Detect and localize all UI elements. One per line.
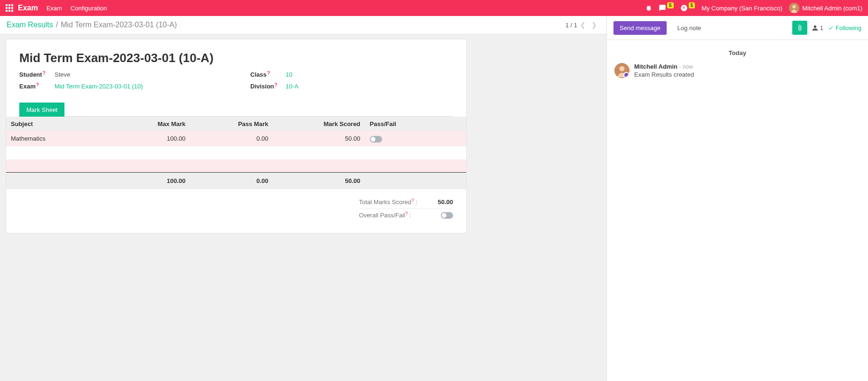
notebook-tabs: Mark Sheet <box>19 102 453 117</box>
message-time: - now <box>679 64 693 70</box>
app-brand: Exam <box>18 4 38 12</box>
attach-button[interactable] <box>792 21 807 35</box>
row-toggle[interactable] <box>370 136 382 143</box>
svg-point-1 <box>792 5 796 8</box>
pager-next[interactable]: ❯ <box>589 21 600 29</box>
form-sheet: Mid Term Exam-2023-03-01 (10-A) Student?… <box>6 39 467 233</box>
th-max[interactable]: Max Mark <box>107 117 190 131</box>
log-note-button[interactable]: Log note <box>671 21 708 35</box>
chatter-panel: Send message Log note 1 Following Today <box>606 16 868 381</box>
label-exam: Exam? <box>19 83 50 90</box>
message-text: Exam Results created <box>634 71 694 78</box>
value-class[interactable]: 10 <box>281 71 292 78</box>
pager-text: 1 / 1 <box>565 22 577 29</box>
avatar <box>789 3 799 13</box>
apps-icon[interactable] <box>6 4 13 12</box>
cell-subject: Mathematics <box>6 131 107 146</box>
table-blank-row <box>6 159 466 173</box>
breadcrumb-sep: / <box>56 21 58 29</box>
user-menu[interactable]: Mitchell Admin (com1) <box>789 3 862 13</box>
foot-pass: 0.00 <box>190 173 273 190</box>
label-division: Division? <box>250 83 281 90</box>
tab-mark-sheet[interactable]: Mark Sheet <box>19 103 64 117</box>
debug-icon[interactable] <box>645 5 652 11</box>
th-subject[interactable]: Subject <box>6 117 107 131</box>
foot-scored: 50.00 <box>273 173 365 190</box>
cell-pf <box>365 131 466 146</box>
discuss-icon[interactable]: 5 <box>659 4 674 12</box>
label-total-scored: Total Marks Scored? : <box>359 198 417 206</box>
th-pass[interactable]: Pass Mark <box>190 117 273 131</box>
th-scored[interactable]: Mark Scored <box>273 117 365 131</box>
chatter-message: Mitchell Admin - now Exam Results create… <box>614 63 860 78</box>
value-exam[interactable]: Mid Term Exam-2023-03-01 (10) <box>50 83 143 90</box>
send-message-button[interactable]: Send message <box>613 21 667 35</box>
message-avatar <box>614 63 629 78</box>
pager: 1 / 1 ❮ ❯ <box>565 21 600 29</box>
breadcrumb-root[interactable]: Exam Results <box>7 21 53 29</box>
table-footer: 100.00 0.00 50.00 <box>6 173 466 190</box>
control-bar: Exam Results / Mid Term Exam-2023-03-01 … <box>0 16 606 34</box>
discuss-badge: 5 <box>667 2 674 8</box>
th-pf[interactable]: Pass/Fail <box>365 117 466 131</box>
followers-button[interactable]: 1 <box>812 24 823 32</box>
value-student: Steve <box>50 71 70 78</box>
svg-point-3 <box>619 66 624 71</box>
label-student: Student? <box>19 71 50 78</box>
company-switcher[interactable]: My Company (San Francisco) <box>701 5 782 12</box>
chatter-date: Today <box>614 49 860 56</box>
following-button[interactable]: Following <box>828 24 861 32</box>
menu-exam[interactable]: Exam <box>47 5 62 12</box>
value-division[interactable]: 10-A <box>281 83 298 90</box>
activities-icon[interactable]: 5 <box>680 4 695 12</box>
foot-max: 100.00 <box>107 173 190 190</box>
marks-table: Subject Max Mark Pass Mark Mark Scored P… <box>6 117 466 189</box>
value-total-scored: 50.00 <box>438 198 453 206</box>
activities-badge: 5 <box>689 2 695 8</box>
main-column: Exam Results / Mid Term Exam-2023-03-01 … <box>0 16 606 381</box>
record-title: Mid Term Exam-2023-03-01 (10-A) <box>19 51 453 65</box>
table-row[interactable]: Mathematics 100.00 0.00 50.00 <box>6 131 466 146</box>
cell-pass: 0.00 <box>190 131 273 146</box>
pager-prev[interactable]: ❮ <box>577 21 589 29</box>
summary: Total Marks Scored? : 50.00 Overall Pass… <box>359 196 453 222</box>
menu-configuration[interactable]: Configuration <box>71 5 107 12</box>
message-author: Mitchell Admin <box>634 63 677 70</box>
breadcrumb-current: Mid Term Exam-2023-03-01 (10-A) <box>61 21 177 29</box>
cell-scored: 50.00 <box>273 131 365 146</box>
label-overall-pf: Overall Pass/Fail? : <box>359 212 411 219</box>
top-navbar: Exam Exam Configuration 5 5 My Company (… <box>0 0 868 16</box>
label-class: Class? <box>250 71 281 78</box>
cell-max: 100.00 <box>107 131 190 146</box>
table-blank-row <box>6 146 466 159</box>
overall-toggle[interactable] <box>441 212 453 219</box>
